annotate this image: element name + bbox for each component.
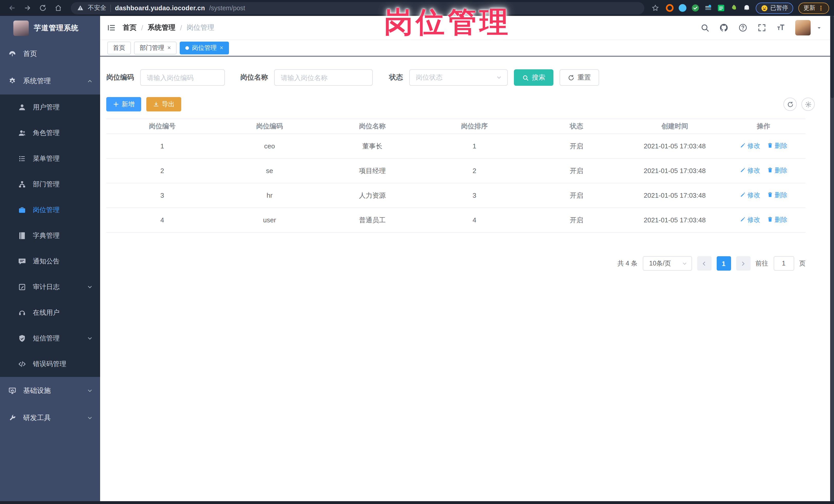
table-cell: 开启 [525,215,628,225]
next-page-button[interactable] [736,256,750,270]
sidebar-item-menu-mgmt[interactable]: 菜单管理 [0,146,100,172]
list-icon [18,155,26,163]
column-settings-button[interactable] [802,97,815,111]
sidebar-item-dev-tools[interactable]: 研发工具 [0,404,100,431]
browser-home-button[interactable] [51,1,65,15]
reset-button[interactable]: 重置 [559,69,599,86]
status-select-placeholder: 岗位状态 [416,73,442,82]
extension-icon[interactable] [678,4,686,12]
user-avatar[interactable] [795,20,811,36]
delete-link[interactable]: 删除 [767,216,787,224]
sidebar-item-system[interactable]: 系统管理 [0,67,100,94]
delete-label: 删除 [774,142,787,151]
table-cell: 开启 [525,141,628,151]
github-icon[interactable] [719,23,728,32]
export-button[interactable]: 导出 [146,97,181,111]
app-logo[interactable]: 芋道管理系统 [0,16,100,40]
extension-icon[interactable] [691,4,699,12]
sidebar-item-post-mgmt[interactable]: 岗位管理 [0,197,100,223]
browser-update-button[interactable]: 更新 ⋮ [798,2,829,14]
table-cell: 3 [106,192,218,199]
table-row: 3hr人力资源3开启2021-01-05 17:03:48修改删除 [106,183,806,208]
post-name-input[interactable] [274,69,373,86]
dashboard-icon [8,49,17,58]
refresh-icon [568,74,574,81]
fullscreen-icon[interactable] [757,23,767,32]
browser-refresh-button[interactable] [36,1,49,15]
sidebar-item-sms-mgmt[interactable]: 短信管理 [0,326,100,351]
sidebar-item-label: 字典管理 [33,231,60,240]
sidebar-item-dict-mgmt[interactable]: 字典管理 [0,223,100,248]
caret-down-icon[interactable] [816,25,822,30]
table-cell: 1 [424,142,525,150]
extension-icon[interactable] [665,4,673,12]
address-bar[interactable]: 不安全 dashboard.yudao.iocoder.cn/system/po… [71,2,644,14]
tab-岗位管理[interactable]: 岗位管理× [180,41,229,54]
chevron-down-icon [87,388,93,394]
breadcrumb-system[interactable]: 系统管理 [148,23,176,32]
current-page-button[interactable]: 1 [717,256,731,270]
sidebar-collapse-button[interactable] [100,16,123,40]
filter-form: 岗位编码 岗位名称 状态 岗位状态 搜索 重置 [100,57,830,86]
add-button[interactable]: 新增 [106,97,141,111]
trash-icon [767,192,773,199]
sidebar-item-error-code[interactable]: 错误码管理 [0,351,100,377]
sidebar-item-role-mgmt[interactable]: 角色管理 [0,120,100,146]
font-size-icon[interactable] [776,23,786,32]
post-code-input[interactable] [140,69,225,86]
sidebar-item-online-users[interactable]: 在线用户 [0,300,100,326]
tab-部门管理[interactable]: 部门管理× [134,41,177,54]
search-icon[interactable] [700,23,709,32]
delete-link[interactable]: 删除 [767,142,787,151]
browser-back-button[interactable] [5,1,19,15]
code-icon [18,360,26,368]
browser-menu-icon[interactable]: ⋮ [818,4,824,12]
page-size-select[interactable]: 10条/页 [642,256,692,270]
sidebar-item-dept-mgmt[interactable]: 部门管理 [0,172,100,197]
sidebar-item-label: 通知公告 [33,257,60,266]
edit-link[interactable]: 修改 [740,167,760,175]
search-button[interactable]: 搜索 [514,69,553,86]
tab-close-icon[interactable]: × [167,45,171,51]
extension-icon[interactable] [704,4,712,12]
edit-link[interactable]: 修改 [740,191,760,200]
user-icon [18,103,26,111]
profile-paused-badge[interactable]: 已暂停 [755,2,793,14]
scrollbar-thumb[interactable] [831,16,834,98]
browser-forward-button[interactable] [21,1,34,15]
goto-page-input[interactable] [773,256,794,270]
delete-label: 删除 [774,191,787,200]
table-row: 2se项目经理2开启2021-01-05 17:03:48修改删除 [106,159,806,183]
chevron-left-icon [701,261,707,266]
column-header: 岗位名称 [321,122,423,131]
extension-icon[interactable] [743,4,750,12]
refresh-table-button[interactable] [784,97,797,111]
sidebar-item-infra[interactable]: 基础设施 [0,377,100,404]
prev-page-button[interactable] [697,256,711,270]
column-header: 状态 [525,122,628,131]
column-header: 操作 [722,122,806,131]
sidebar-item-notice[interactable]: 通知公告 [0,248,100,274]
status-select[interactable]: 岗位状态 [409,69,508,86]
sidebar-item-user-mgmt[interactable]: 用户管理 [0,94,100,120]
help-icon[interactable] [738,23,747,32]
extension-icon[interactable] [717,4,725,12]
delete-link[interactable]: 删除 [767,191,787,200]
active-tab-dot [185,46,189,49]
breadcrumb-home[interactable]: 首页 [123,23,136,32]
extension-icon[interactable] [730,4,738,12]
bookmark-star-icon[interactable] [650,1,660,15]
download-icon [153,101,159,107]
tab-close-icon[interactable]: × [220,45,223,51]
breadcrumb-separator: / [141,24,143,31]
shield-icon [18,334,26,343]
sidebar-item-home[interactable]: 首页 [0,40,100,67]
edit-link[interactable]: 修改 [740,216,760,224]
scrollbar[interactable] [830,16,834,504]
edit-link[interactable]: 修改 [740,142,760,151]
delete-link[interactable]: 删除 [767,167,787,175]
sidebar-item-audit-log[interactable]: 审计日志 [0,274,100,300]
tab-首页[interactable]: 首页 [107,41,131,54]
chevron-up-icon [87,78,93,84]
gear-icon [805,101,811,108]
